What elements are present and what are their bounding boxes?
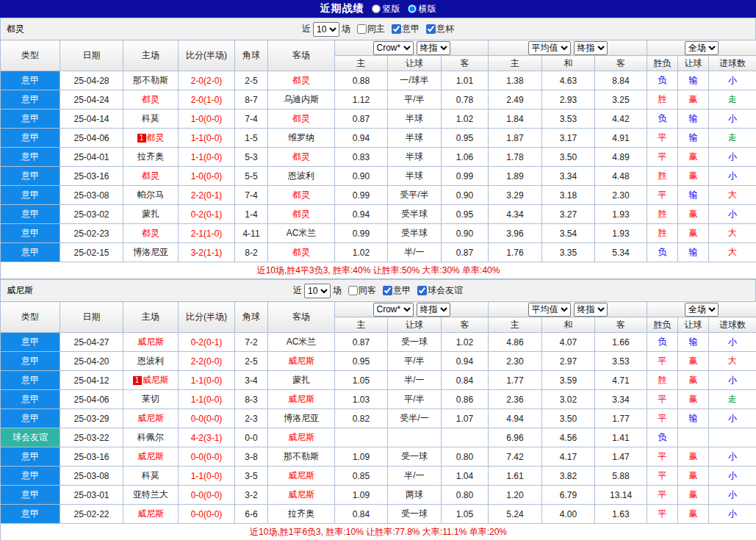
filter-checkbox-input[interactable] [392,24,401,34]
corner-cell: 2-5 [235,352,268,371]
type-cell: 意甲 [1,71,60,90]
home-team-cell: 威尼斯 [123,409,179,428]
filter-checkbox-2[interactable]: 意甲 [392,23,420,35]
date-cell: 25-02-15 [60,243,123,262]
sub-column-header: 胜负 [647,317,678,333]
date-cell: 25-03-16 [60,167,123,186]
score-cell: 1-1(0-0) [179,390,235,409]
handicap-cell: 受一球 [388,447,442,467]
summary-text: 近10场,胜4平3负3, 胜率:40% 让胜率:50% 大率:30% 单率:40… [1,262,756,279]
home-team-cell: 恩波利 [123,352,179,371]
home-team-cell: 帕尔马 [123,186,179,205]
rank-badge: 1 [137,134,146,143]
score-cell: 0-0(0-0) [179,409,235,428]
full-match-select[interactable]: 全场 [685,303,719,317]
filter-checkbox-input[interactable] [357,24,367,34]
home-odds-cell: 1.02 [335,243,388,262]
topbar: 近期战绩 竖版 横版 [0,0,756,18]
sub-column-header: 进球数 [709,56,756,71]
team-name: 都灵 [7,23,24,35]
result-cell: 负 [647,333,678,352]
handicap-result-cell: 赢 [678,467,709,486]
filter-checkbox-input[interactable] [426,24,436,34]
full-match-select[interactable]: 全场 [685,41,719,55]
avg-away-cell: 5.34 [595,243,647,262]
away-team-cell: 维罗纳 [268,129,335,148]
sub-column-header: 进球数 [709,317,756,333]
filter-checkbox-3[interactable]: 球会友谊 [417,284,463,297]
filter-checkbox-2[interactable]: 意甲 [383,284,411,297]
average-select[interactable]: 平均值 [528,303,571,317]
filter-suffix-label: 场 [333,284,342,297]
odds-source-select[interactable]: Crow* [373,41,414,55]
match-count-select[interactable]: 10 [313,22,339,37]
summary-row: 近10场,胜4平3负3, 胜率:40% 让胜率:50% 大率:30% 单率:40… [1,262,756,279]
date-cell: 25-04-06 [60,390,123,409]
date-cell: 25-03-29 [60,409,123,428]
goals-result-cell: 小 [709,109,756,129]
home-odds-cell: 0.90 [335,167,388,186]
handicap-cell: 半球 [388,129,442,148]
avg-away-cell: 3.25 [595,90,647,109]
vertical-radio-input[interactable] [372,4,381,13]
avg-draw-cell: 3.50 [542,148,595,167]
horizontal-radio-input[interactable] [408,4,417,13]
filter-checkbox-input[interactable] [417,286,427,295]
goals-result-cell: 大 [709,186,756,205]
avg-away-cell: 4.89 [595,148,647,167]
handicap-cell: 半球 [388,148,442,167]
filter-checkbox-label: 意甲 [402,23,420,35]
avg-home-cell: 6.96 [489,428,542,447]
away-team-name: 都灵 [292,151,310,162]
type-cell: 意甲 [1,186,60,205]
filter-checkbox-3[interactable]: 意杯 [426,23,454,35]
type-cell: 意甲 [1,90,60,109]
home-team-cell: 亚特兰大 [123,486,179,505]
result-cell: 负 [647,71,678,90]
score-cell: 1-1(0-0) [179,129,235,148]
away-team-cell: 都灵 [268,71,335,90]
odds-source-select[interactable]: Crow* [373,303,414,317]
final-index-select-1[interactable]: 终指 [417,41,450,55]
home-team-name: 博洛尼亚 [133,247,168,257]
final-index-select-1[interactable]: 终指 [417,303,450,317]
rank-badge: 1 [133,376,142,385]
goals-result-cell: 小 [709,205,756,224]
filter-checkbox-input[interactable] [348,286,358,295]
odds-group-header: Crow*终指 [335,302,489,317]
sub-column-header: 让球 [678,317,709,333]
score-cell: 4-2(3-1) [179,428,235,447]
layout-radio-vertical[interactable]: 竖版 [372,3,400,15]
filter-checkbox-input[interactable] [383,286,392,295]
score-cell: 2-2(0-0) [179,352,235,371]
avg-away-cell: 4.71 [595,371,647,390]
corner-cell: 6-6 [235,505,268,524]
match-count-select[interactable]: 10 [304,284,331,298]
away-team-name: 威尼斯 [288,356,314,366]
corner-cell: 2-3 [235,409,268,428]
filter-checkbox-1[interactable]: 同主 [357,23,385,35]
avg-draw-cell: 2.97 [542,352,595,371]
goals-result-cell [709,428,756,447]
filter-checkbox-1[interactable]: 同客 [348,284,376,297]
final-index-select-2[interactable]: 终指 [574,303,608,317]
result-cell: 负 [647,428,678,447]
type-cell: 意甲 [1,352,60,371]
home-odds-cell: 1.09 [335,447,388,467]
handicap-result-cell: 输 [678,71,709,90]
goals-result-cell: 走 [709,129,756,148]
handicap-result-cell: 赢 [678,205,709,224]
average-select[interactable]: 平均值 [528,41,571,55]
layout-radio-horizontal[interactable]: 横版 [408,3,436,15]
handicap-cell: 受平/半 [388,186,442,205]
type-cell: 意甲 [1,467,60,486]
date-cell: 25-03-16 [60,447,123,467]
home-team-name: 那不勒斯 [133,75,168,85]
final-index-select-2[interactable]: 终指 [574,41,608,55]
handicap-result-cell: 赢 [678,224,709,243]
goals-result-cell: 小 [709,148,756,167]
result-cell: 平 [647,505,678,524]
home-team-cell: 那不勒斯 [123,71,179,90]
home-team-cell: 威尼斯 [123,333,179,352]
table-row: 意甲25-04-061都灵1-1(0-0)1-5维罗纳0.94半球0.951.8… [1,129,756,148]
